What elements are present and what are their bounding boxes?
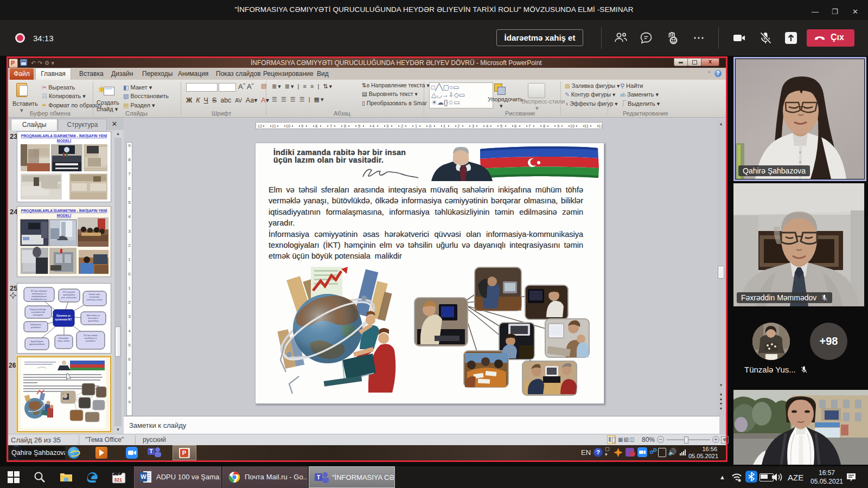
svg-text:Döyüşün başlanğıc: Döyüşün başlanğıc xyxy=(30,309,47,311)
svg-text:İKT-dən istifadənin: İKT-dən istifadənin xyxy=(31,290,47,292)
svg-text:İnternetdən: İnternetdən xyxy=(59,337,68,339)
svg-text:PROQRAMLARLA İDARƏETMƏ - İNKİŞ: PROQRAMLARLA İDARƏETMƏ - İNKİŞAFIN YENİ xyxy=(21,209,107,213)
svg-text:MODELİ: MODELİ xyxy=(57,139,72,143)
svg-text:hesablamalar və s.: hesablamalar və s. xyxy=(31,298,47,300)
svg-text:modelləşdirilməsi: modelləşdirilməsi xyxy=(31,296,47,298)
svg-text:Kollektivlərin: Kollektivlərin xyxy=(30,324,41,326)
svg-text:Bilik anlama və: Bilik anlama və xyxy=(87,314,100,317)
svg-text:pres.-mühazirələr: pres.-mühazirələr xyxy=(61,297,77,299)
svg-text:strategiyalar: strategiyalar xyxy=(33,314,43,316)
svg-text:Öyrənmə və: Öyrənmə və xyxy=(56,314,71,317)
svg-text:İKT vasitəsilə: İKT vasitəsilə xyxy=(63,291,74,293)
svg-text:Şagird biliyinin: Şagird biliyinin xyxy=(30,341,43,343)
svg-text:bacarıqların: bacarıqların xyxy=(88,317,99,319)
svg-text:321: 321 xyxy=(114,477,122,483)
svg-text:yaradılması: yaradılması xyxy=(31,326,41,329)
svg-text:əyaniləşdirmə: əyaniləşdirmə xyxy=(63,294,75,296)
svg-text:qazanılması: qazanılması xyxy=(88,320,98,322)
svg-text:İKT-dən istifadə: İKT-dən istifadə xyxy=(84,334,98,337)
svg-text:müəllimlərin iş: müəllimlərin iş xyxy=(85,337,97,339)
svg-text:öyrətmədə İKT: öyrətmədə İKT xyxy=(55,318,72,321)
svg-text:PROQRAMLARLA İDARƏETMƏ - İNKİŞ: PROQRAMLARLA İDARƏETMƏ - İNKİŞAFIN YENİ xyxy=(21,134,107,138)
svg-text:və problem həlli: və problem həlli xyxy=(31,311,44,313)
svg-text:təkmilləşməsi və: təkmilləşməsi və xyxy=(32,293,46,295)
svg-text:MODELİ: MODELİ xyxy=(57,214,72,217)
svg-text:məqs. istifadə: məqs. istifadə xyxy=(58,340,69,342)
svg-text:qiymətləndirilməsi: qiymətləndirilməsi xyxy=(29,343,45,345)
svg-text:Yaradıcı işlər,: Yaradıcı işlər, xyxy=(88,293,100,296)
svg-text:animasiya, musiqi: animasiya, musiqi xyxy=(87,299,103,301)
svg-text:yaradılması: yaradılması xyxy=(86,340,96,342)
svg-text:mə'lumatlar: mə'lumatlar xyxy=(90,296,100,298)
